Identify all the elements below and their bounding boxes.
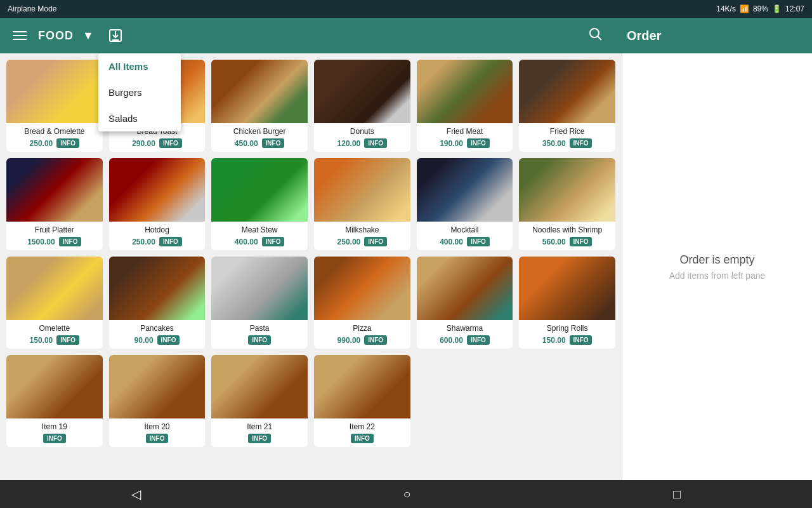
food-item[interactable]: Chicken Burger450.00INFO [211,60,308,152]
food-item-image [314,60,410,123]
food-item[interactable]: Pizza990.00INFO [314,257,410,349]
food-item[interactable]: Mocktail400.00INFO [417,158,513,250]
food-item-image [417,158,513,222]
food-item-image [6,355,103,418]
food-item-name: Fruit Platter [11,225,98,234]
food-item-image [6,60,103,123]
info-button[interactable]: INFO [570,335,593,345]
food-item-image [6,257,103,320]
food-price: 560.00 [542,237,566,246]
search-icon [587,26,603,41]
network-speed: 14K/s [716,4,736,13]
food-item[interactable]: Bread & Omelette250.00INFO [6,60,103,152]
info-button[interactable]: INFO [351,434,374,443]
order-empty-state: Order is empty Add items from left pane [622,53,812,480]
food-item[interactable]: Meat Stew400.00INFO [211,158,308,250]
info-button[interactable]: INFO [248,434,271,443]
info-button[interactable]: INFO [364,335,387,345]
food-item[interactable]: Fruit Platter1500.00INFO [6,158,103,250]
info-button[interactable]: INFO [43,434,66,443]
food-item-image [314,257,410,320]
food-item-name: Pizza [319,324,405,333]
food-item[interactable]: Fried Rice350.00INFO [519,60,615,152]
hamburger-menu-button[interactable] [8,26,32,45]
food-item[interactable]: Item 22INFO [314,355,410,447]
food-item[interactable]: Noodles with Shrimp560.00INFO [519,158,615,250]
category-salads[interactable]: Salads [98,105,181,131]
food-item-name: Hotdog [114,225,200,234]
category-burgers[interactable]: Burgers [98,79,181,105]
info-button[interactable]: INFO [570,237,593,246]
food-item[interactable]: Item 20INFO [109,355,206,447]
food-price: 400.00 [440,237,463,246]
food-item-image [211,158,308,222]
info-button[interactable]: INFO [159,237,182,246]
order-empty-subtitle: Add items from left pane [669,271,766,281]
food-item-image [314,355,410,418]
category-dropdown: All Items Burgers Salads [98,53,181,131]
food-item[interactable]: Spring Rolls150.00INFO [519,257,615,349]
recent-apps-button[interactable]: □ [648,482,706,507]
food-price: 120.00 [337,139,361,148]
status-right: 14K/s 📶 89% 🔋 12:07 [716,4,804,13]
info-button[interactable]: INFO [467,138,490,148]
order-nav-title: Order [627,29,661,43]
info-button[interactable]: INFO [56,138,79,148]
svg-point-3 [590,29,599,37]
food-item[interactable]: Donuts120.00INFO [314,60,410,152]
back-button[interactable]: ◁ [106,481,166,507]
food-item-image [519,60,615,123]
food-item-name: Noodles with Shrimp [524,225,610,234]
food-item[interactable]: Hotdog250.00INFO [109,158,206,250]
app-title: FOOD [38,29,74,43]
food-item-image [519,158,615,222]
info-button[interactable]: INFO [364,138,387,148]
food-item[interactable]: Item 19INFO [6,355,103,447]
food-item[interactable]: Omelette150.00INFO [6,257,103,349]
signal-icon: 📶 [740,4,749,13]
food-item-name: Meat Stew [216,225,303,234]
food-item-name: Pancakes [114,324,200,333]
food-item-name: Fried Rice [524,127,610,136]
food-price: 990.00 [337,336,361,345]
info-button[interactable]: INFO [248,335,271,345]
info-button[interactable]: INFO [146,434,169,443]
category-all-items[interactable]: All Items [98,53,181,79]
info-button[interactable]: INFO [159,138,182,148]
food-grid-container[interactable]: Bread & Omelette250.00INFOBread Toast290… [0,53,622,480]
food-item[interactable]: Item 21INFO [211,355,308,447]
food-item[interactable]: Fried Meat190.00INFO [417,60,513,152]
food-item-image [211,60,308,123]
hamburger-line [13,35,27,36]
food-item-name: Milkshake [319,225,405,234]
info-button[interactable]: INFO [157,335,180,345]
food-item-image [109,158,206,222]
info-button[interactable]: INFO [364,237,387,246]
food-item-image [211,355,308,418]
food-item[interactable]: PastaINFO [211,257,308,349]
food-item-image [519,257,615,320]
battery-icon: 🔋 [772,4,782,13]
info-button[interactable]: INFO [59,237,82,246]
category-dropdown-toggle[interactable]: ▼ [80,27,96,45]
food-item-name: Spring Rolls [524,324,610,333]
home-button[interactable]: ○ [377,482,436,507]
download-icon [108,28,123,43]
info-button[interactable]: INFO [262,237,285,246]
search-button[interactable] [582,21,608,50]
info-button[interactable]: INFO [467,237,490,246]
food-item[interactable]: Shawarma600.00INFO [417,257,513,349]
food-item-image [314,158,410,222]
food-item-name: Omelette [11,324,98,333]
download-button[interactable] [103,23,128,48]
info-button[interactable]: INFO [56,335,79,345]
food-item-name: Mocktail [422,225,508,234]
status-bar: Airplane Mode 14K/s 📶 89% 🔋 12:07 [0,0,812,18]
info-button[interactable]: INFO [467,335,490,345]
info-button[interactable]: INFO [570,138,593,148]
info-button[interactable]: INFO [262,138,285,148]
food-price: 400.00 [235,237,258,246]
food-item[interactable]: Milkshake250.00INFO [314,158,410,250]
food-item[interactable]: Pancakes90.00INFO [109,257,206,349]
food-price: 600.00 [440,336,463,345]
